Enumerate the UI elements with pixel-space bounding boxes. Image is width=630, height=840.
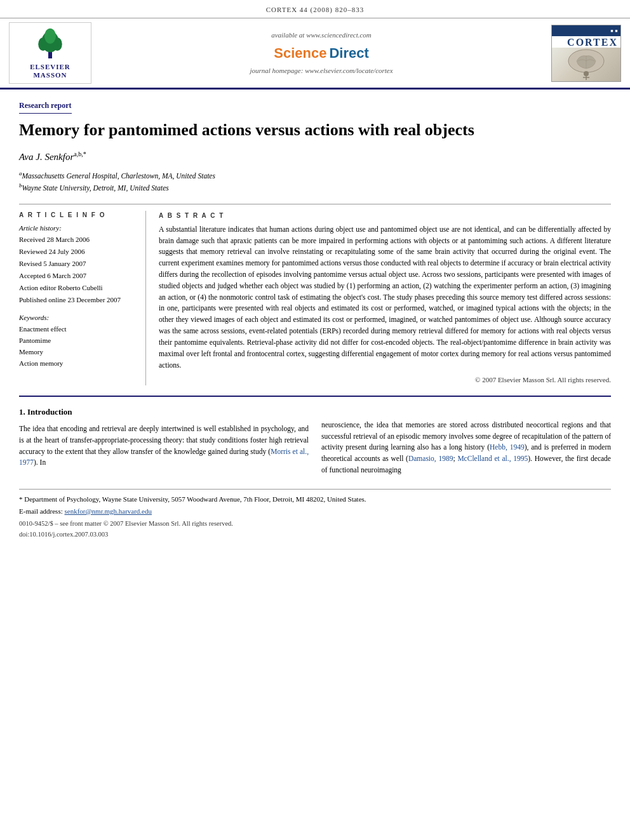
affiliation-a: aMassachusetts General Hospital, Charles… bbox=[19, 170, 611, 182]
abstract-text: A substantial literature indicates that … bbox=[159, 224, 611, 371]
action-editor: Action editor Roberto Cubelli bbox=[19, 283, 137, 293]
cortex-figure-icon bbox=[564, 48, 608, 80]
keyword-4: Action memory bbox=[19, 359, 137, 369]
affiliation-b: bWayne State University, Detroit, MI, Un… bbox=[19, 182, 611, 194]
intro-left-text: The idea that encoding and retrieval are… bbox=[19, 423, 309, 469]
keywords-label: Keywords: bbox=[19, 313, 137, 323]
issn-line: 0010-9452/$ – see front matter © 2007 El… bbox=[19, 519, 611, 528]
journal-citation: CORTEX 44 (2008) 820–833 bbox=[0, 0, 630, 18]
keyword-3: Memory bbox=[19, 347, 137, 357]
intro-right-col: neuroscience, the idea that memories are… bbox=[321, 406, 611, 476]
keyword-2: Pantomime bbox=[19, 336, 137, 346]
available-text: available at www.sciencedirect.com bbox=[104, 30, 539, 41]
svg-point-7 bbox=[584, 71, 589, 76]
sd-direct-text: Direct bbox=[329, 43, 368, 63]
intro-heading: 1. Introduction bbox=[19, 406, 309, 418]
article-info-title: A R T I C L E I N F O bbox=[19, 211, 137, 220]
footnote-area: * Department of Psychology, Wayne State … bbox=[19, 489, 611, 539]
author-name: Ava J. Senkfor bbox=[19, 152, 74, 162]
introduction-section: 1. Introduction The idea that encoding a… bbox=[19, 406, 611, 476]
published-date: Published online 23 December 2007 bbox=[19, 295, 137, 305]
cortex-title: CORTEX bbox=[552, 37, 620, 48]
footnote-address: * Department of Psychology, Wayne State … bbox=[19, 495, 611, 505]
cortex-cover: ■ ■ CORTEX bbox=[551, 25, 621, 82]
damasio-link[interactable]: Damasio, 1989 bbox=[408, 455, 453, 462]
article-info: A R T I C L E I N F O Article history: R… bbox=[19, 211, 146, 385]
article-title: Memory for pantomimed actions versus act… bbox=[19, 120, 611, 140]
main-content: Research report Memory for pantomimed ac… bbox=[0, 90, 630, 552]
hebb-link[interactable]: Hebb, 1949 bbox=[490, 443, 525, 451]
intro-left-col: 1. Introduction The idea that encoding a… bbox=[19, 406, 309, 476]
mcclelland-link[interactable]: McClelland et al., 1995 bbox=[457, 455, 528, 462]
accepted-date: Accepted 6 March 2007 bbox=[19, 271, 137, 281]
footnote-email-link[interactable]: senkfor@nmr.mgh.harvard.edu bbox=[64, 507, 152, 515]
history-block: Article history: Received 28 March 2006 … bbox=[19, 223, 137, 305]
affiliations: aMassachusetts General Hospital, Charles… bbox=[19, 170, 611, 194]
research-report-tag: Research report bbox=[19, 100, 72, 113]
authors: Ava J. Senkfora,b,* bbox=[19, 150, 611, 164]
abstract-title: A B S T R A C T bbox=[159, 211, 611, 220]
sciencedirect-logo: ScienceDirect bbox=[104, 43, 539, 63]
elsevier-tree-icon bbox=[31, 27, 69, 62]
center-header: available at www.sciencedirect.com Scien… bbox=[91, 30, 551, 76]
morris-link[interactable]: Morris et al., 1977 bbox=[19, 448, 309, 467]
keyword-1: Enactment effect bbox=[19, 324, 137, 335]
logos-row: ELSEVIER MASSON available at www.science… bbox=[0, 18, 630, 90]
journal-homepage: journal homepage: www.elsevier.com/locat… bbox=[104, 66, 539, 76]
revised-date: Revised 5 January 2007 bbox=[19, 259, 137, 269]
sd-icon: Science bbox=[274, 43, 326, 63]
abstract-section: A B S T R A C T A substantial literature… bbox=[159, 211, 611, 385]
two-column-section: A R T I C L E I N F O Article history: R… bbox=[19, 204, 611, 385]
received-date: Received 28 March 2006 bbox=[19, 235, 137, 245]
cortex-cover-image bbox=[552, 48, 620, 81]
author-sup: a,b,* bbox=[74, 150, 86, 157]
history-label: Article history: bbox=[19, 223, 137, 234]
keywords-block: Keywords: Enactment effect Pantomime Mem… bbox=[19, 313, 137, 369]
footnote-email-line: E-mail address: senkfor@nmr.mgh.harvard.… bbox=[19, 507, 611, 517]
doi-line: doi:10.1016/j.cortex.2007.03.003 bbox=[19, 530, 611, 539]
copyright-line: © 2007 Elsevier Masson Srl. All rights r… bbox=[159, 375, 611, 385]
reviewed-date: Reviewed 24 July 2006 bbox=[19, 247, 137, 257]
elsevier-logo: ELSEVIER MASSON bbox=[9, 22, 91, 84]
svg-point-4 bbox=[44, 29, 56, 44]
section-divider bbox=[19, 396, 611, 397]
